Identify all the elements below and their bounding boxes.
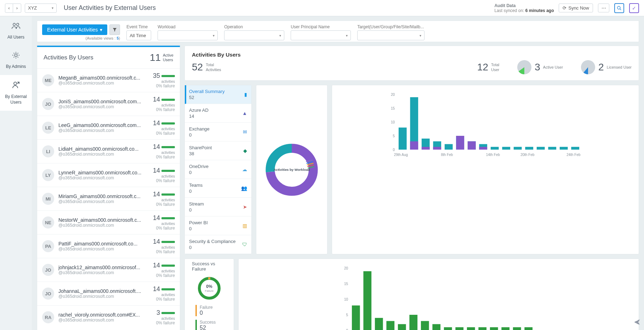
user-row[interactable]: JO johnjack12_aimams000.onmicrosof... @o… (37, 258, 180, 282)
operation-label: Operation (224, 24, 284, 29)
summary-row-security-compliance[interactable]: Security & Compliance0 🛡 (185, 235, 251, 254)
target-label: Target(User/Group/File/Site/Mailb... (357, 24, 424, 29)
search-button[interactable] (614, 3, 624, 13)
summary-row-exchange[interactable]: Exchange0 ✉ (185, 123, 251, 141)
sync-now-button[interactable]: ⟳ Sync Now (559, 4, 593, 12)
failure-donut-icon: 0% Failure (197, 276, 222, 301)
svg-rect-59 (375, 318, 383, 330)
user-name: johnjack12_aimams000.onmicrosof... (58, 265, 149, 270)
svg-rect-58 (363, 271, 371, 330)
avatar: MI (42, 193, 54, 205)
svg-text:0%: 0% (206, 284, 212, 289)
audit-info: Audit Data Last synced on: 6 minutes ago (494, 3, 554, 13)
svg-text:14th Feb: 14th Feb (486, 153, 500, 157)
activity-bar-icon (161, 99, 175, 101)
avatar: JO (42, 98, 54, 110)
rail-by-admins[interactable]: By Admins (0, 46, 32, 75)
rail-all-users[interactable]: All Users (0, 16, 32, 46)
user-row[interactable]: LI LidiaH_aimams000.onmicrosoft.co... @o… (37, 139, 180, 163)
svg-text:15: 15 (391, 106, 395, 110)
summary-row-overall-summary[interactable]: Overall Summary52 ▮ (185, 85, 251, 104)
kpi-licensed-user: 2 Licensed User (581, 60, 632, 75)
svg-rect-27 (433, 147, 441, 150)
svg-rect-71 (513, 327, 521, 330)
page-collapse-arrow[interactable]: ⮜ (634, 319, 640, 326)
summary-row-power-bi[interactable]: Power BI0 ▥ (185, 216, 251, 235)
svg-rect-63 (421, 321, 429, 330)
svg-rect-72 (524, 327, 532, 330)
svg-rect-68 (478, 327, 486, 330)
topbar: ‹ › XYZ▾ User Activities by External Use… (0, 0, 644, 16)
user-row[interactable]: MI MiriamG_aimams000.onmicrosoft.c... @o… (37, 187, 180, 210)
svg-rect-49 (208, 277, 210, 279)
refresh-icon: ⟳ (563, 5, 566, 11)
event-time-label: Event Time (126, 24, 151, 29)
target-select[interactable]: ▾ (357, 30, 424, 40)
left-rail: All Users By Admins By External Users (0, 16, 32, 330)
workload-select[interactable]: ▾ (158, 30, 218, 40)
svg-rect-28 (445, 144, 453, 150)
user-row[interactable]: JO JohannaL_aimams000.onmicrosoft.... @o… (37, 282, 180, 305)
svg-rect-61 (398, 324, 406, 330)
tenant-dropdown[interactable]: XYZ▾ (25, 4, 57, 13)
available-views-label: (Available views : 5) (42, 36, 120, 40)
filter-toggle-button[interactable] (109, 24, 120, 35)
users-icon (11, 22, 21, 33)
view-selector-button[interactable]: External User Activities▾ (42, 24, 107, 35)
user-row[interactable]: LE LeeG_aimams000.onmicrosoft.com... @o3… (37, 116, 180, 139)
user-row[interactable]: JO JoniS_aimams000.onmicrosoft.com... @o… (37, 92, 180, 116)
user-row[interactable]: PA PattiF_aimams000.onmicrosoft.co... @o… (37, 234, 180, 258)
operation-select[interactable]: ▾ (224, 30, 284, 40)
svg-rect-37 (514, 147, 522, 150)
forward-button[interactable]: › (13, 4, 21, 12)
summary-row-teams[interactable]: Teams0 👥 (185, 179, 251, 198)
workload-donut-chart: Activities by Workload (263, 141, 320, 198)
user-domain: @o365droid.onmicrosoft.com (58, 81, 149, 86)
summary-row-sharepoint[interactable]: SharePoint38 ◆ (185, 141, 251, 160)
svg-text:20th Feb: 20th Feb (520, 153, 535, 157)
filter-bar: External User Activities▾ (Available vie… (37, 21, 639, 42)
user-name: PattiF_aimams000.onmicrosoft.co... (58, 241, 149, 247)
user-domain: @o365droid.onmicrosoft.com (58, 223, 149, 228)
active-user-pie-icon (517, 60, 532, 75)
magnifier-icon (617, 6, 622, 11)
user-row[interactable]: ME MeganB_aimams000.onmicrosoft.c... @o3… (37, 68, 180, 92)
svg-text:Activities by Workload: Activities by Workload (274, 168, 310, 172)
avatar: JO (42, 288, 54, 300)
user-domain: @o365droid.onmicrosoft.com (58, 318, 152, 323)
kpi-card: Activities By Users 52 TotalActivities 1… (184, 46, 639, 81)
svg-text:24th Feb: 24th Feb (566, 153, 581, 157)
svg-point-3 (17, 23, 19, 26)
user-row[interactable]: NE NestorW_aimams000.onmicrosoft.c... @o… (37, 210, 180, 234)
sharepoint-icon: ◆ (243, 148, 247, 154)
user-row[interactable]: RA rachel_vioroly.onmicrosoft.com#EX... … (37, 305, 180, 329)
rail-by-external-users[interactable]: By External Users (0, 75, 32, 111)
svg-text:0: 0 (393, 148, 395, 152)
svg-rect-23 (410, 141, 418, 150)
svg-rect-62 (409, 315, 417, 330)
summary-row-onedrive[interactable]: OneDrive0 ☁ (185, 160, 251, 179)
user-domain: @o365droid.onmicrosoft.com (58, 175, 149, 180)
more-button[interactable]: ⋯ (598, 4, 609, 12)
kpi-total-activities: 52 TotalActivities (192, 62, 221, 73)
kpi-total-user: 12 TotalUser (477, 62, 499, 73)
validate-button[interactable]: ✓ (629, 3, 639, 13)
svg-line-1 (620, 8, 621, 10)
external-user-icon (12, 81, 20, 92)
user-list[interactable]: ME MeganB_aimams000.onmicrosoft.c... @o3… (37, 68, 180, 329)
activities-by-users-panel: Activities By Users 11 ActiveUsers ME Me… (37, 46, 180, 330)
user-domain: @o365droid.onmicrosoft.com (58, 294, 149, 299)
summary-row-stream[interactable]: Stream0 ➤ (185, 198, 251, 216)
svg-rect-36 (502, 147, 510, 150)
bar-chart-icon: ▮ (244, 92, 247, 97)
event-time-select[interactable]: All Time (126, 30, 151, 40)
svg-rect-41 (560, 147, 568, 150)
user-row[interactable]: LY LynneR_aimams000.onmicrosoft.co... @o… (37, 163, 180, 187)
overall-bar-chart: 0510152029th Aug8th Feb14th Feb20th Feb2… (339, 91, 632, 158)
back-button[interactable]: ‹ (5, 4, 13, 12)
svg-rect-67 (467, 327, 475, 330)
upn-select[interactable]: ▾ (291, 30, 351, 40)
svg-rect-42 (571, 147, 579, 150)
powerbi-icon: ▥ (243, 223, 247, 228)
summary-row-azure-ad[interactable]: Azure AD14 ▲ (185, 104, 251, 123)
